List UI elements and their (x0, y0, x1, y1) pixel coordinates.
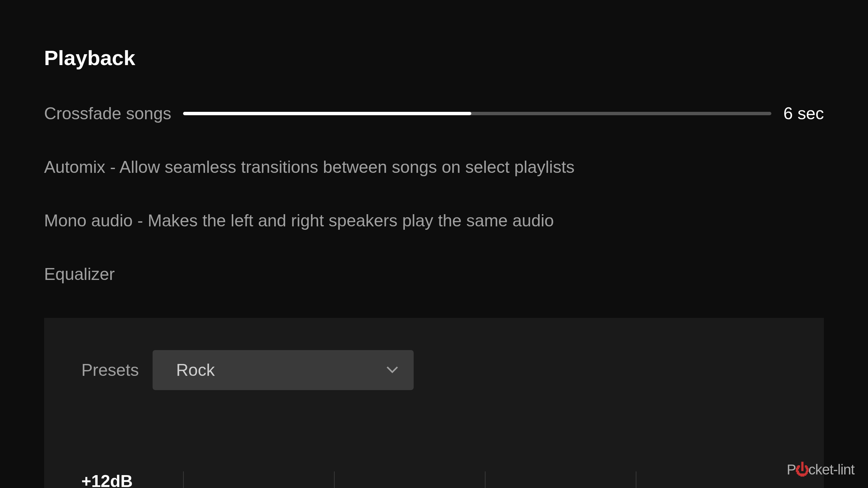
crossfade-value: 6 sec (783, 104, 824, 123)
chevron-down-icon (386, 364, 398, 376)
power-icon: ⏻ (795, 462, 809, 478)
watermark-part1: P (787, 462, 796, 478)
watermark: P ⏻ cket-lint (787, 462, 854, 478)
eq-grid-line (636, 471, 787, 488)
presets-selected-value: Rock (176, 360, 215, 380)
equalizer-panel: Presets Rock +12dB (44, 318, 824, 488)
eq-grid (183, 471, 787, 488)
automix-setting: Automix - Allow seamless transitions bet… (44, 157, 824, 177)
crossfade-slider[interactable] (183, 112, 771, 115)
presets-dropdown[interactable]: Rock (153, 350, 414, 390)
crossfade-slider-fill (183, 112, 471, 115)
equalizer-scale: +12dB (81, 471, 787, 488)
crossfade-setting: Crossfade songs 6 sec (44, 104, 824, 123)
watermark-part2: cket-lint (808, 462, 854, 478)
eq-grid-line (334, 471, 485, 488)
eq-grid-line (485, 471, 636, 488)
eq-db-label: +12dB (81, 471, 183, 488)
eq-grid-line (183, 471, 334, 488)
equalizer-label: Equalizer (44, 264, 824, 284)
presets-label: Presets (81, 360, 139, 380)
crossfade-label: Crossfade songs (44, 104, 171, 123)
presets-row: Presets Rock (81, 350, 787, 390)
section-title: Playback (44, 46, 824, 70)
mono-audio-setting: Mono audio - Makes the left and right sp… (44, 211, 824, 230)
